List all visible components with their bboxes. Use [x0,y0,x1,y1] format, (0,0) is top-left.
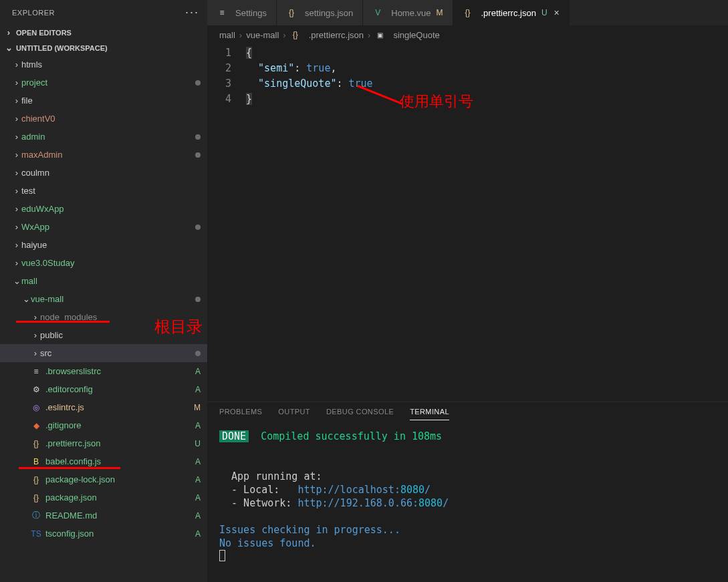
tree-item[interactable]: {}package.jsonA [0,488,207,506]
tree-item[interactable]: ⌄mall [0,272,207,290]
tree-item[interactable]: ◎.eslintrc.jsM [0,398,207,416]
tree-item[interactable]: ›src [0,344,207,362]
terminal-line: App running at: [231,470,322,482]
more-icon[interactable]: ··· [185,5,199,19]
panel-tab[interactable]: TERMINAL [410,408,449,420]
breadcrumb-seg[interactable]: singleQuote [393,30,439,40]
tree-label: coulmn [21,168,201,178]
tree-item[interactable]: ⓘREADME.mdA [0,506,207,525]
open-editors-section[interactable]: › OPEN EDITORS [0,25,207,40]
tree-label: .browserslistrc [45,366,190,376]
chevron-icon: ⌄ [21,294,31,304]
tab-label: settings.json [305,8,353,18]
chevron-icon: › [12,222,21,232]
chevron-icon: › [12,150,21,160]
editor-tab[interactable]: ≡Settings [207,0,277,25]
eslint-icon: ◎ [31,402,41,413]
chevron-icon: ⌄ [12,276,21,286]
workspace-section[interactable]: ⌄ UNTITLED (WORKSPACE) [0,40,207,55]
tree-item[interactable]: {}package-lock.jsonA [0,470,207,488]
tree-item[interactable]: ⚙.editorconfigA [0,380,207,398]
breadcrumb-seg[interactable]: .prettierrc.json [309,30,364,40]
code-content[interactable]: { "semi": true, "singleQuote": true } [246,45,728,402]
panel-tab[interactable]: PROBLEMS [219,408,262,420]
tree-item[interactable]: TStsconfig.jsonA [0,525,207,543]
tree-label: WxApp [21,222,195,232]
chevron-icon: › [12,168,21,178]
chevron-right-icon: › [4,27,13,37]
cursor-icon [219,550,225,561]
tree-item[interactable]: ⌄vue-mall [0,290,207,308]
vue-icon: V [372,7,383,18]
tree-label: README.md [45,511,190,521]
tree-label: mall [21,276,201,286]
ts-icon: TS [31,529,41,539]
panel-tab[interactable]: OUTPUT [278,408,310,420]
tree-item[interactable]: {}.prettierrc.jsonU [0,434,207,452]
tree-item[interactable]: ›file [0,92,207,110]
line-gutter: 1 2 3 4 [207,45,246,402]
tree-item[interactable]: ›admin [0,128,207,146]
line-number: 1 [207,45,231,61]
tree-label: chientV0 [21,114,201,124]
chevron-icon: › [12,114,21,124]
tree-item[interactable]: ›chientV0 [0,110,207,128]
tree-label: project [21,78,195,88]
annotation-underline [16,321,110,323]
panel-tabs: PROBLEMSOUTPUTDEBUG CONSOLETERMINAL [207,402,728,420]
breadcrumb-seg[interactable]: vue-mall [246,30,279,40]
tree-item[interactable]: ›project [0,74,207,92]
tree-label: .gitignore [45,420,190,430]
git-status: A [190,385,201,394]
explorer-header: EXPLORER ··· [0,0,207,25]
close-icon[interactable]: × [554,7,560,18]
tree-label: haiyue [21,240,201,250]
tree-label: vue3.0Studay [21,258,201,268]
terminal-url[interactable]: http://localhost: [297,484,400,496]
modified-dot-icon [195,152,201,158]
tree-item[interactable]: ›coulmn [0,164,207,182]
json-icon: {} [286,7,297,18]
breadcrumb[interactable]: mall › vue-mall › {} .prettierrc.json › … [207,25,728,44]
panel-tab[interactable]: DEBUG CONSOLE [326,408,394,420]
editor-tab[interactable]: {}.prettierrc.jsonU× [453,0,570,25]
tree-label: src [40,348,195,358]
line-number: 3 [207,76,231,92]
tab-label: Home.vue [391,8,431,18]
tree-item[interactable]: ›haiyue [0,236,207,254]
tree-item[interactable]: ◆.gitignoreA [0,416,207,434]
json-icon: {} [31,492,41,503]
modified-dot-icon [195,225,201,230]
editor-tab[interactable]: {}settings.json [277,0,363,25]
terminal-url[interactable]: http://192.168.0.66: [297,497,418,509]
info-icon: ⓘ [31,511,41,521]
chevron-icon: › [12,59,21,69]
breadcrumb-seg[interactable]: mall [219,30,235,40]
tab-badge: M [437,8,443,17]
terminal-output[interactable]: DONE Compiled successfully in 108ms App … [207,420,728,582]
chevron-icon: › [12,78,21,88]
babel-icon: B [31,456,41,467]
explorer-title: EXPLORER [12,9,55,17]
tree-item[interactable]: ›public [0,326,207,344]
tree-item[interactable]: ›htmls [0,55,207,74]
tree-item[interactable]: ›test [0,182,207,200]
json-icon: {} [463,7,473,18]
chevron-icon: › [12,258,21,268]
chevron-icon: › [12,186,21,196]
tree-item[interactable]: ›eduWxApp [0,200,207,218]
annotation-underline [19,467,120,469]
terminal-port: 8080 [400,484,424,496]
editor-tab[interactable]: VHome.vueM [363,0,453,25]
json-key: "semi" [258,62,294,74]
git-status: A [190,493,201,502]
tree-item[interactable]: ›vue3.0Studay [0,254,207,272]
tree-item[interactable]: ›maxAdmin [0,146,207,164]
terminal-port: 8080 [418,497,443,509]
code-editor[interactable]: 1 2 3 4 { "semi": true, "singleQuote": t… [207,44,728,402]
tree-item[interactable]: ›WxApp [0,218,207,236]
tree-item[interactable]: ≡.browserslistrcA [0,362,207,380]
git-status: M [190,403,201,412]
tree-item[interactable]: ›node_modules [0,308,207,326]
terminal-line: No issues found. [219,537,316,549]
